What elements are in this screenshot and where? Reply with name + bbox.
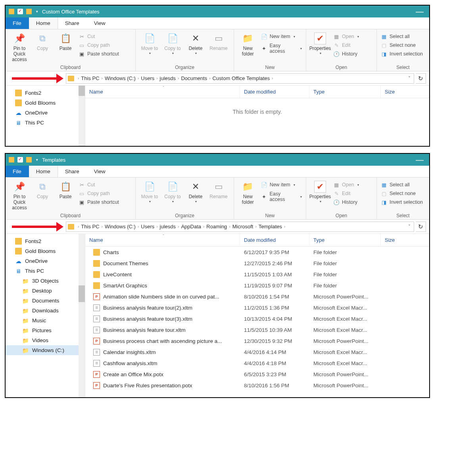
select-none-button[interactable]: Select none	[379, 189, 424, 197]
column-header-type[interactable]: Type	[309, 234, 381, 246]
breadcrumb-segment[interactable]: Windows (C:)›	[105, 224, 141, 230]
file-row[interactable]: SmartArt Graphics 11/19/2015 9:07 PM Fil…	[85, 280, 429, 291]
titlebar[interactable]: ▾ Custom Office Templates —	[6, 6, 429, 17]
nav-item[interactable]: Gold Blooms	[6, 246, 85, 256]
breadcrumb-segment[interactable]: This PC›	[81, 75, 105, 81]
file-row[interactable]: PCreate an Office Mix.potx 6/5/2015 3:23…	[85, 369, 429, 380]
rename-button[interactable]: ▭Rename	[207, 31, 230, 53]
file-row[interactable]: ≡Business analysis feature tour.xltm 11/…	[85, 324, 429, 335]
breadcrumb-segment[interactable]: Custom Office Templates›	[212, 75, 275, 81]
breadcrumb-path[interactable]: › This PC›Windows (C:)›Users›julesds›App…	[66, 222, 414, 232]
file-row[interactable]: ≡Business analysis feature tour(2).xltm …	[85, 302, 429, 313]
column-header-size[interactable]: Size	[381, 234, 429, 246]
nav-item[interactable]: 📁Pictures	[6, 325, 85, 335]
nav-item[interactable]: 📁3D Objects	[6, 276, 85, 286]
breadcrumb-segment[interactable]: AppData›	[181, 224, 206, 230]
nav-item[interactable]: 🖥This PC	[6, 118, 85, 128]
nav-item[interactable]: 📁Desktop	[6, 286, 85, 296]
paste-button[interactable]: 📋Paste	[54, 31, 77, 53]
navigation-pane[interactable]: Fonts2Gold Blooms☁OneDrive🖥This PC📁3D Ob…	[6, 234, 85, 397]
copy-to-button[interactable]: 📄Copy to▾	[161, 179, 184, 205]
copy-path-button[interactable]: ▭Copy path	[77, 189, 121, 197]
breadcrumb-segment[interactable]: Users›	[141, 224, 159, 230]
copy-button[interactable]: ⧉Copy	[31, 31, 54, 53]
column-header-date[interactable]: Date modified	[240, 234, 309, 246]
new-folder-button[interactable]: 📁New folder	[236, 179, 259, 207]
pin-to-quick-access-button[interactable]: 📌Pin to Quick access	[8, 31, 31, 64]
history-button[interactable]: 🕑History	[332, 50, 361, 58]
navigation-pane[interactable]: Fonts2Gold Blooms☁OneDrive🖥This PC	[6, 86, 85, 146]
properties-qat-icon[interactable]	[17, 157, 23, 163]
titlebar[interactable]: ▾ Templates —	[6, 154, 429, 166]
scrollbar[interactable]	[79, 234, 85, 397]
file-row[interactable]: Document Themes 12/27/2015 2:46 PM File …	[85, 258, 429, 269]
breadcrumb-segment[interactable]: julesds›	[160, 224, 181, 230]
copy-path-button[interactable]: ▭Copy path	[77, 41, 121, 49]
edit-button[interactable]: ✎Edit	[332, 41, 361, 49]
file-row[interactable]: ≡Cashflow analysis.xltm 4/4/2016 4:18 PM…	[85, 358, 429, 369]
select-all-button[interactable]: Select all	[379, 181, 424, 189]
column-header-name[interactable]: Name˄	[85, 234, 240, 246]
tab-share[interactable]: Share	[58, 17, 87, 29]
paste-shortcut-button[interactable]: ▣Paste shortcut	[77, 198, 121, 206]
nav-item[interactable]: Gold Blooms	[6, 98, 85, 108]
properties-qat-icon[interactable]	[17, 9, 23, 14]
tab-file[interactable]: File	[6, 17, 29, 29]
paste-button[interactable]: 📋Paste	[54, 179, 77, 201]
tab-view[interactable]: View	[87, 166, 113, 177]
breadcrumb-segment[interactable]: Users›	[141, 75, 159, 81]
refresh-button[interactable]: ↻	[416, 73, 426, 84]
properties-button[interactable]: ✔Properties▾	[309, 31, 332, 57]
nav-item[interactable]: Fonts2	[6, 88, 85, 98]
edit-button[interactable]: ✎Edit	[332, 189, 361, 197]
qat-dropdown[interactable]: ▾	[35, 10, 39, 13]
breadcrumb-segment[interactable]: Windows (C:)›	[105, 75, 141, 81]
file-row[interactable]: LiveContent 11/15/2015 1:03 AM File fold…	[85, 269, 429, 280]
column-header-type[interactable]: Type	[309, 86, 381, 98]
nav-item[interactable]: 📁Music	[6, 316, 85, 325]
nav-item[interactable]: ☁OneDrive	[6, 256, 85, 266]
tab-file[interactable]: File	[6, 166, 29, 177]
open-button[interactable]: ▦Open▾	[332, 181, 361, 189]
tab-home[interactable]: Home	[29, 166, 58, 177]
column-header-date[interactable]: Date modified	[240, 86, 309, 98]
address-history-dropdown[interactable]: ˅	[407, 76, 412, 81]
file-row[interactable]: Charts 6/12/2017 9:35 PM File folder	[85, 247, 429, 258]
paste-shortcut-button[interactable]: ▣Paste shortcut	[77, 50, 121, 58]
copy-button[interactable]: ⧉Copy	[31, 179, 54, 201]
breadcrumb-segment[interactable]: julesds›	[160, 75, 181, 81]
history-button[interactable]: 🕑History	[332, 198, 361, 206]
breadcrumb-segment[interactable]: Templates›	[259, 224, 288, 230]
address-history-dropdown[interactable]: ˅	[407, 224, 412, 230]
invert-selection-button[interactable]: Invert selection	[379, 198, 424, 206]
invert-selection-button[interactable]: Invert selection	[379, 50, 424, 58]
move-to-button[interactable]: 📄Move to▾	[138, 31, 161, 57]
tab-view[interactable]: View	[87, 17, 113, 29]
nav-item[interactable]: 📁Windows (C:)	[6, 345, 85, 355]
qat-dropdown[interactable]: ▾	[35, 158, 39, 162]
select-none-button[interactable]: Select none	[379, 41, 424, 49]
new-item-button[interactable]: 📄New item▾	[259, 33, 303, 40]
open-button[interactable]: ▦Open▾	[332, 33, 361, 40]
nav-item[interactable]: 📁Downloads	[6, 306, 85, 316]
delete-button[interactable]: ✕Delete▾	[184, 31, 207, 57]
new-folder-button[interactable]: 📁New folder	[236, 31, 259, 59]
minimize-button[interactable]: —	[413, 7, 426, 16]
breadcrumb-path[interactable]: › This PC›Windows (C:)›Users›julesds›Doc…	[66, 73, 414, 84]
cut-button[interactable]: ✂Cut	[77, 33, 121, 40]
easy-access-button[interactable]: ✦Easy access▾	[259, 190, 303, 203]
nav-item[interactable]: Fonts2	[6, 236, 85, 246]
breadcrumb-segment[interactable]: Microsoft›	[232, 224, 259, 230]
copy-to-button[interactable]: 📄Copy to▾	[161, 31, 184, 57]
new-item-button[interactable]: 📄New item▾	[259, 181, 303, 189]
nav-item[interactable]: 📁Videos	[6, 335, 85, 345]
minimize-button[interactable]: —	[413, 155, 426, 165]
delete-button[interactable]: ✕Delete▾	[184, 179, 207, 205]
file-row[interactable]: ≡Business analysis feature tour(3).xltm …	[85, 313, 429, 324]
file-row[interactable]: PBusiness process chart with ascending p…	[85, 335, 429, 346]
nav-item[interactable]: 🖥This PC	[6, 266, 85, 276]
cut-button[interactable]: ✂Cut	[77, 181, 121, 189]
move-to-button[interactable]: 📄Move to▾	[138, 179, 161, 205]
file-row[interactable]: PDuarte's Five Rules presentation.potx 8…	[85, 380, 429, 391]
rename-button[interactable]: ▭Rename	[207, 179, 230, 201]
